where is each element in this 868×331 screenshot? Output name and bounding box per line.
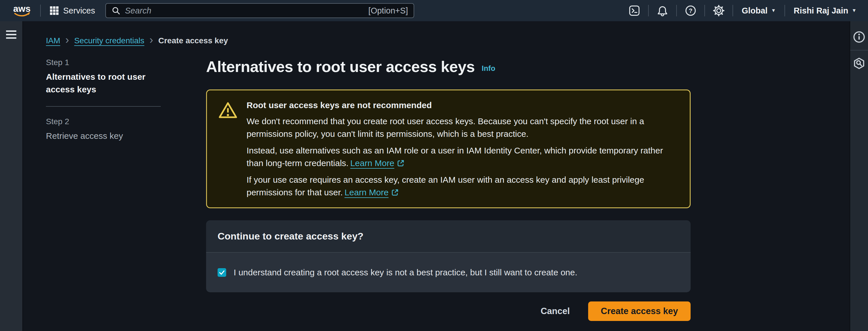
step2-eyebrow: Step 2 [46,117,161,126]
confirm-container: Continue to create access key? I underst… [206,220,691,292]
alert-paragraph-1: We don't recommend that you create root … [247,115,678,140]
main-content: IAM › Security credentials › Create acce… [23,21,849,331]
breadcrumb-link-iam[interactable]: IAM [46,36,60,45]
top-navigation-bar: aws Services [Option+S] [0,0,868,21]
confirm-container-header: Continue to create access key? [206,220,691,253]
region-dropdown[interactable]: Global ▼ [733,6,784,15]
root-key-acknowledge-checkbox[interactable] [218,268,226,277]
resource-explorer-panel-button[interactable] [850,54,868,73]
page-title: Alternatives to root user access keys [206,58,475,75]
steps-divider [46,106,161,107]
alert-paragraph-2-text: Instead, use alternatives such as an IAM… [247,146,663,168]
aws-logo[interactable]: aws [12,4,32,18]
info-panel-button[interactable] [850,28,868,46]
alert-paragraph-3: If your use case requires an access key,… [247,173,678,199]
global-search-box[interactable]: [Option+S] [105,3,414,18]
search-shortcut-hint: [Option+S] [368,6,408,15]
breadcrumb-link-security-credentials[interactable]: Security credentials [74,36,144,45]
account-dropdown[interactable]: Rishi Raj Jain ▼ [785,6,858,15]
aws-logo-icon: aws [12,4,32,18]
rail-divider [850,50,868,51]
cancel-button[interactable]: Cancel [540,306,570,317]
wizard-steps-nav: Step 1 Alternatives to root user access … [46,58,161,330]
right-tools-rail [849,21,868,331]
root-key-acknowledge-label[interactable]: I understand creating a root access key … [234,268,577,277]
step1-eyebrow: Step 1 [46,58,161,67]
info-circle-icon [853,31,865,43]
hexagon-search-icon [853,57,865,70]
alert-title: Root user access keys are not recommende… [247,99,678,111]
svg-text:?: ? [689,7,692,14]
notifications-button[interactable] [649,5,676,16]
confirm-container-body: I understand creating a root access key … [206,253,691,292]
breadcrumb-chevron-icon: › [150,36,153,44]
bell-icon [657,5,668,16]
warning-triangle-icon [218,99,237,199]
gear-icon [713,5,724,16]
cloudshell-button[interactable] [621,5,648,16]
open-side-menu-button[interactable] [4,29,18,40]
wizard-step-2-link[interactable]: Retrieve access key [46,130,161,142]
learn-more-link-1[interactable]: Learn More [350,158,404,168]
confirm-title: Continue to create access key? [218,231,679,242]
cloudshell-terminal-icon [629,5,640,16]
breadcrumb: IAM › Security credentials › Create acce… [46,36,849,45]
chevron-down-icon: ▼ [771,8,776,13]
external-link-icon [391,189,399,196]
learn-more-label: Learn More [350,158,394,168]
search-icon [112,6,120,15]
help-button[interactable]: ? [677,5,704,16]
external-link-icon [397,159,405,167]
alert-paragraph-2: Instead, use alternatives such as an IAM… [247,144,678,169]
region-label: Global [742,6,768,15]
info-link[interactable]: Info [482,64,495,75]
wizard-step-1-link[interactable]: Alternatives to root user access keys [46,71,161,96]
services-label: Services [63,6,95,15]
topbar-divider [40,5,41,16]
form-actions: Cancel Create access key [206,301,691,330]
left-navigation-rail [0,21,23,331]
app-body: IAM › Security credentials › Create acce… [0,21,868,331]
topbar-right-group: ? Global ▼ Rishi Raj Jain ▼ [621,5,858,16]
breadcrumb-chevron-icon: › [65,36,69,44]
check-icon [218,269,225,276]
alert-paragraph-3-text: If your use case requires an access key,… [247,175,644,197]
create-access-key-button[interactable]: Create access key [588,301,691,321]
learn-more-link-2[interactable]: Learn More [344,188,399,197]
grid-icon [50,6,59,15]
warning-alert: Root user access keys are not recommende… [206,90,691,208]
chevron-down-icon: ▼ [851,8,857,13]
settings-button[interactable] [705,5,733,16]
svg-text:aws: aws [13,4,30,14]
search-input[interactable] [125,6,364,15]
account-label: Rishi Raj Jain [794,6,848,15]
question-icon: ? [685,5,696,16]
services-menu-button[interactable]: Services [50,6,95,15]
breadcrumb-current-page: Create access key [158,36,228,45]
learn-more-label: Learn More [344,188,389,197]
